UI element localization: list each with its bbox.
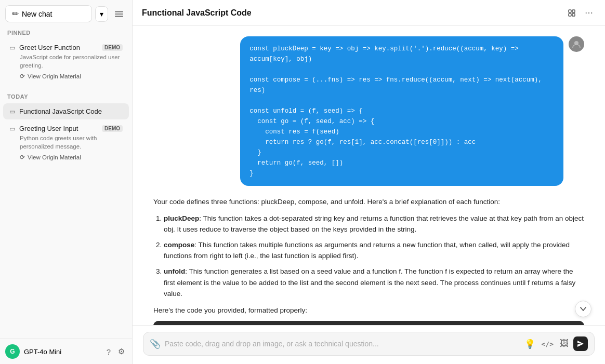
- main-wrapper: Functional JavaScript Code ⋯: [133, 0, 605, 364]
- chat-title: Functional JavaScript Code: [142, 8, 252, 18]
- svg-rect-0: [115, 11, 123, 12]
- chat-icon: ▭: [9, 44, 15, 51]
- more-options-button[interactable]: ⋯: [582, 5, 596, 20]
- sidebar-top: ✏ New chat ▾: [0, 0, 132, 22]
- user-message-wrapper: const pluckDeep = key => obj => key.spli…: [153, 36, 584, 186]
- origin-icon: ⟳: [20, 73, 25, 80]
- ai-message: Your code defines three functions: pluck…: [153, 196, 584, 325]
- term-compose: compose: [164, 241, 194, 249]
- plus-icon: ✏: [12, 9, 19, 19]
- help-button[interactable]: ?: [104, 345, 113, 358]
- attach-icon[interactable]: 📎: [150, 339, 161, 349]
- main-chat: Functional JavaScript Code ⋯: [133, 0, 605, 364]
- chat-icon: ▭: [9, 108, 15, 115]
- chat-input[interactable]: [165, 340, 519, 348]
- sidebar-item-title: Functional JavaScript Code: [19, 107, 123, 115]
- sidebar-item-top: ▭ Functional JavaScript Code: [9, 107, 123, 115]
- sidebar-item-top: ▭ Greet User Function DEMO: [9, 44, 123, 51]
- sidebar-icon: [114, 9, 124, 19]
- ai-point-3-text: : This function generates a list based o…: [164, 267, 575, 298]
- send-icon: [577, 340, 584, 347]
- code-block: 🟨 JavaScript: [153, 321, 584, 325]
- more-icon: ⋯: [585, 8, 593, 18]
- sidebar-item-desc: Python code greets user with personalize…: [9, 134, 123, 151]
- ai-code-intro-text: Here's the code you provided, formatted …: [153, 305, 584, 316]
- help-icon: ?: [107, 347, 111, 356]
- sidebar-bottom: G GPT-4o Mini ? ⚙: [0, 339, 132, 364]
- chat-messages[interactable]: const pluckDeep = key => obj => key.spli…: [133, 26, 605, 325]
- svg-rect-1: [115, 14, 123, 15]
- user-avatar: [569, 36, 584, 52]
- code-icon[interactable]: </>: [540, 339, 555, 349]
- settings-button[interactable]: ⚙: [116, 345, 127, 358]
- sidebar-item-top: ▭ Greeting User Input DEMO: [9, 125, 123, 132]
- ai-point-2: compose: This function takes multiple fu…: [164, 239, 584, 262]
- chevron-down-icon: ▾: [100, 10, 103, 18]
- scroll-down-button[interactable]: [575, 301, 591, 317]
- demo-badge: DEMO: [102, 125, 123, 132]
- ai-point-3: unfold: This function generates a list b…: [164, 266, 584, 300]
- origin-icon: ⟳: [20, 154, 25, 161]
- sidebar-item-desc: JavaScript code for personalized user gr…: [9, 53, 123, 70]
- model-avatar: G: [5, 344, 20, 359]
- new-chat-button[interactable]: ✏ New chat: [5, 5, 92, 22]
- code-block-header: 🟨 JavaScript: [153, 321, 584, 325]
- chat-header: Functional JavaScript Code ⋯: [133, 0, 605, 26]
- view-origin-button-greet[interactable]: ⟳ View Origin Material: [9, 71, 123, 82]
- chat-input-wrapper: 📎 💡 </> 🖼: [143, 332, 595, 356]
- sidebar-item-functional-js[interactable]: ▭ Functional JavaScript Code: [3, 103, 129, 119]
- svg-rect-2: [115, 16, 123, 17]
- ai-point-2-text: : This function takes multiple functions…: [164, 241, 570, 260]
- svg-rect-3: [569, 10, 571, 12]
- svg-rect-5: [569, 14, 571, 16]
- input-right-icons: 💡 </> 🖼: [523, 336, 588, 351]
- minimize-button[interactable]: [564, 5, 579, 20]
- view-origin-button-greeting[interactable]: ⟳ View Origin Material: [9, 152, 123, 163]
- new-chat-label: New chat: [22, 10, 52, 18]
- sidebar-item-greeting-input[interactable]: ▭ Greeting User Input DEMO Python code g…: [3, 120, 129, 167]
- sidebar-toggle-button[interactable]: [111, 6, 127, 22]
- send-button[interactable]: [573, 336, 588, 351]
- demo-badge: DEMO: [102, 44, 123, 51]
- svg-rect-4: [572, 10, 575, 12]
- sidebar-item-title: Greet User Function: [19, 44, 98, 51]
- minimize-icon: [567, 8, 576, 18]
- sidebar-item-greet-user[interactable]: ▭ Greet User Function DEMO JavaScript co…: [3, 39, 129, 86]
- sidebar: ✏ New chat ▾ PINNED ▭ Greet User Functio…: [0, 0, 133, 364]
- new-chat-chevron[interactable]: ▾: [95, 6, 108, 22]
- sidebar-bottom-icons: ? ⚙: [104, 345, 127, 358]
- ai-point-1: pluckDeep: This function takes a dot-sep…: [164, 213, 584, 235]
- bulb-icon[interactable]: 💡: [523, 337, 537, 351]
- chat-input-area: 📎 💡 </> 🖼: [133, 325, 605, 364]
- user-message: const pluckDeep = key => obj => key.spli…: [240, 36, 563, 186]
- header-actions: ⋯: [564, 5, 596, 20]
- ai-point-1-text: : This function takes a dot-separated st…: [164, 214, 584, 234]
- svg-rect-6: [572, 14, 575, 16]
- gear-icon: ⚙: [118, 347, 125, 356]
- term-pluck-deep: pluckDeep: [164, 214, 199, 222]
- ai-points-list: pluckDeep: This function takes a dot-sep…: [153, 213, 584, 300]
- chat-icon: ▭: [9, 125, 15, 132]
- today-section-label: TODAY: [0, 86, 132, 103]
- sidebar-item-title: Greeting User Input: [19, 125, 98, 132]
- model-name: GPT-4o Mini: [24, 348, 100, 356]
- term-unfold: unfold: [164, 267, 185, 275]
- chevron-down-icon: [580, 305, 587, 313]
- image-icon[interactable]: 🖼: [558, 337, 570, 350]
- ai-intro-text: Your code defines three functions: pluck…: [153, 196, 584, 208]
- pinned-section-label: PINNED: [0, 22, 132, 39]
